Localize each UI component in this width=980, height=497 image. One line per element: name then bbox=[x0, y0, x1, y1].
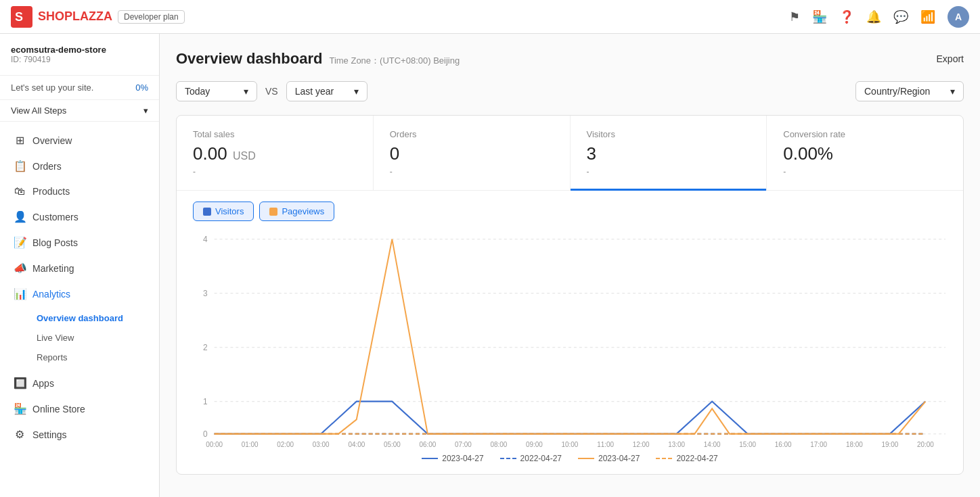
logo-icon: S bbox=[11, 6, 32, 28]
sub-nav-analytics: Overview dashboardLive ViewReports bbox=[0, 307, 159, 370]
svg-text:1: 1 bbox=[203, 397, 208, 407]
sidebar-item-online-store[interactable]: 🏪Online Store bbox=[3, 396, 156, 421]
sidebar-item-live-view[interactable]: Live View bbox=[28, 328, 159, 348]
bell-icon[interactable]: 🔔 bbox=[866, 9, 881, 24]
svg-text:09:00: 09:00 bbox=[526, 441, 543, 448]
sidebar-item-analytics[interactable]: 📊Analytics bbox=[3, 281, 156, 306]
legend-line bbox=[422, 458, 438, 459]
sidebar-item-label: Orders bbox=[32, 161, 62, 172]
sidebar-item-customers[interactable]: 👤Customers bbox=[3, 204, 156, 229]
timezone: Time Zone：(UTC+08:00) Beijing bbox=[329, 55, 460, 67]
chart-svg: 4 3 2 1 0 12 9 6 3 0 00:00 01:00 bbox=[187, 232, 952, 448]
sidebar-item-overview[interactable]: ⊞Overview bbox=[3, 128, 156, 153]
main-content: Overview dashboard Time Zone：(UTC+08:00)… bbox=[160, 34, 980, 497]
setup-pct: 0% bbox=[135, 82, 148, 93]
sidebar-item-blog-posts[interactable]: 📝Blog Posts bbox=[3, 230, 156, 255]
sidebar-item-marketing[interactable]: 📣Marketing bbox=[3, 256, 156, 281]
sidebar-item-apps[interactable]: 🔲Apps bbox=[3, 371, 156, 396]
toggle-pageviews[interactable]: Pageviews bbox=[259, 202, 334, 221]
svg-text:16:00: 16:00 bbox=[775, 441, 792, 448]
store-icon[interactable]: 🏪 bbox=[812, 9, 827, 24]
legend-label: 2023-04-27 bbox=[442, 454, 483, 463]
customers-icon: 👤 bbox=[14, 210, 26, 223]
stat-cell-3[interactable]: Conversion rate 0.00% - bbox=[767, 116, 963, 190]
settings-icon: ⚙ bbox=[14, 428, 26, 441]
toggle-label: Pageviews bbox=[282, 206, 324, 216]
page-title: Overview dashboard bbox=[176, 50, 322, 68]
stat-label: Conversion rate bbox=[783, 129, 947, 139]
plan-badge: Developer plan bbox=[118, 10, 185, 24]
sidebar-item-settings[interactable]: ⚙Settings bbox=[3, 422, 156, 447]
nav-section: ⊞Overview📋Orders🛍Products👤Customers📝Blog… bbox=[0, 122, 159, 453]
sidebar-item-label: Online Store bbox=[32, 404, 85, 415]
stat-change: - bbox=[783, 167, 947, 176]
primary-filter[interactable]: Today ▾ bbox=[176, 81, 257, 101]
page-header: Overview dashboard Time Zone：(UTC+08:00)… bbox=[176, 50, 964, 68]
flag-icon[interactable]: ⚑ bbox=[789, 9, 800, 24]
sidebar-item-overview-dashboard[interactable]: Overview dashboard bbox=[28, 308, 159, 328]
svg-text:08:00: 08:00 bbox=[491, 441, 508, 448]
legend-item-3: 2022-04-27 bbox=[656, 454, 717, 463]
svg-text:00:00: 00:00 bbox=[206, 441, 223, 448]
svg-text:0: 0 bbox=[203, 429, 208, 440]
analytics-icon: 📊 bbox=[14, 287, 26, 300]
store-id: ID: 790419 bbox=[11, 55, 148, 64]
stat-value: 0.00% bbox=[783, 143, 947, 164]
legend-label: 2023-04-27 bbox=[598, 454, 640, 463]
chat-icon[interactable]: 💬 bbox=[893, 9, 908, 24]
wifi-icon[interactable]: 📶 bbox=[920, 9, 935, 24]
legend-item-2: 2023-04-27 bbox=[578, 454, 640, 463]
legend-label: 2022-04-27 bbox=[520, 454, 562, 463]
overview-icon: ⊞ bbox=[14, 134, 26, 147]
stat-value: 0 bbox=[390, 143, 554, 164]
svg-text:02:00: 02:00 bbox=[277, 441, 294, 448]
chevron-down-icon: ▾ bbox=[950, 86, 955, 97]
logo-text: SHOPLAZZA bbox=[38, 9, 112, 24]
chevron-down-icon: ▾ bbox=[354, 86, 359, 97]
avatar[interactable]: A bbox=[948, 6, 969, 28]
setup-label: Let's set up your site. bbox=[11, 82, 93, 93]
blog-posts-icon: 📝 bbox=[14, 236, 26, 249]
svg-text:13:00: 13:00 bbox=[668, 441, 685, 448]
view-all-steps[interactable]: View All Steps ▾ bbox=[0, 100, 159, 122]
sidebar-item-label: Apps bbox=[32, 378, 54, 389]
toggle-visitors[interactable]: Visitors bbox=[193, 202, 254, 221]
chevron-down-icon: ▾ bbox=[143, 105, 148, 116]
country-filter-label: Country/Region bbox=[864, 86, 930, 97]
sidebar-item-label: Settings bbox=[32, 429, 67, 440]
legend-item-0: 2023-04-27 bbox=[422, 454, 483, 463]
stat-cell-1[interactable]: Orders 0 - bbox=[374, 116, 571, 190]
svg-text:12:00: 12:00 bbox=[633, 441, 650, 448]
country-filter[interactable]: Country/Region ▾ bbox=[855, 81, 964, 101]
sidebar-item-products[interactable]: 🛍Products bbox=[3, 179, 156, 204]
sidebar-item-label: Marketing bbox=[32, 263, 74, 274]
stat-change: - bbox=[390, 167, 554, 176]
sidebar-item-orders[interactable]: 📋Orders bbox=[3, 153, 156, 179]
sidebar-item-label: Analytics bbox=[32, 289, 70, 300]
stat-cell-0[interactable]: Total sales 0.00 USD - bbox=[177, 116, 374, 190]
stat-unit: USD bbox=[230, 150, 256, 162]
svg-text:06:00: 06:00 bbox=[419, 441, 436, 448]
stats-card: Total sales 0.00 USD - Orders 0 - Visito… bbox=[176, 115, 964, 475]
secondary-filter[interactable]: Last year ▾ bbox=[286, 81, 368, 101]
stat-value: 3 bbox=[587, 143, 751, 164]
svg-text:20:00: 20:00 bbox=[917, 441, 934, 448]
export-button[interactable]: Export bbox=[937, 53, 964, 64]
stat-label: Orders bbox=[390, 129, 554, 139]
top-navigation: S SHOPLAZZA Developer plan ⚑ 🏪 ❓ 🔔 💬 📶 A bbox=[0, 0, 980, 34]
stat-label: Total sales bbox=[193, 129, 357, 139]
help-icon[interactable]: ❓ bbox=[839, 9, 854, 24]
chart-area: 4 3 2 1 0 12 9 6 3 0 00:00 01:00 bbox=[177, 221, 963, 474]
legend-label: 2022-04-27 bbox=[676, 454, 717, 463]
svg-text:10:00: 10:00 bbox=[562, 441, 579, 448]
stat-cell-2[interactable]: Visitors 3 - bbox=[571, 116, 767, 190]
products-icon: 🛍 bbox=[14, 185, 26, 197]
orders-icon: 📋 bbox=[14, 160, 26, 172]
sidebar-item-reports[interactable]: Reports bbox=[28, 348, 159, 367]
legend-line bbox=[656, 458, 672, 459]
nav-icons: ⚑ 🏪 ❓ 🔔 💬 📶 A bbox=[789, 6, 969, 28]
logo[interactable]: S SHOPLAZZA bbox=[11, 6, 112, 28]
svg-text:03:00: 03:00 bbox=[313, 441, 330, 448]
store-info: ecomsutra-demo-store ID: 790419 bbox=[0, 34, 159, 76]
chart-container: 4 3 2 1 0 12 9 6 3 0 00:00 01:00 bbox=[187, 232, 952, 448]
